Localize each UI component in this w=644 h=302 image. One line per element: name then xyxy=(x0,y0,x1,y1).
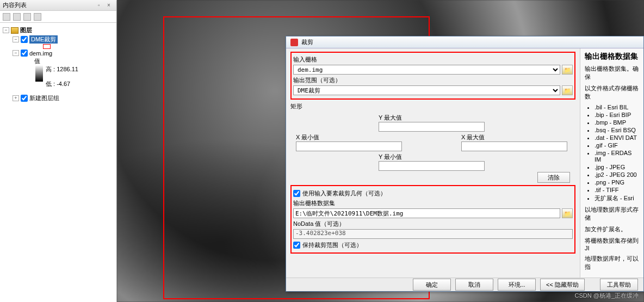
clear-button[interactable]: 清除 xyxy=(537,172,570,183)
layer-label[interactable]: dem.img xyxy=(29,50,52,57)
list-item: .gif - GIF xyxy=(595,142,639,149)
help-text: 以地理数据库形式存储 xyxy=(585,206,639,222)
use-features-checkbox[interactable] xyxy=(293,190,300,197)
keep-extent-checkbox[interactable] xyxy=(293,242,300,249)
pin-icon[interactable]: ▫ xyxy=(98,2,104,9)
ymin-label: Y 最小值 xyxy=(379,153,487,161)
ymax-label: Y 最大值 xyxy=(379,114,487,122)
dialog-title: 裁剪 xyxy=(301,38,313,46)
dialog-main: 输入栅格 dem.img 📁 输出范围（可选） DME裁剪 📁 矩形 Y 最大值 xyxy=(286,48,580,278)
expander-icon[interactable]: − xyxy=(13,36,19,42)
cancel-button[interactable]: 取消 xyxy=(455,279,493,291)
tree-layer-dem[interactable]: − dem.img xyxy=(13,49,114,57)
toc-panel: 内容列表 ▫ × − 图层 − DME裁剪 − dem.img xyxy=(0,0,117,302)
toolbar-btn-2[interactable] xyxy=(13,13,21,21)
tree-layer-dme[interactable]: − DME裁剪 xyxy=(13,35,114,44)
input-group-highlight: 输入栅格 dem.img 📁 输出范围（可选） DME裁剪 📁 xyxy=(290,52,575,100)
help-title: 输出栅格数据集 xyxy=(585,52,639,61)
expander-icon[interactable]: + xyxy=(13,95,19,101)
tree-root[interactable]: − 图层 xyxy=(3,26,114,35)
list-item: .jpg - JPEG xyxy=(595,164,639,170)
tree-layer-group[interactable]: + 新建图层组 xyxy=(13,94,114,103)
browse-button[interactable]: 📁 xyxy=(562,208,573,218)
list-item: .bip - Esri BIP xyxy=(595,112,639,118)
output-dataset-input[interactable] xyxy=(293,208,560,218)
list-item: .tif - TIFF xyxy=(595,187,639,193)
input-raster-label: 输入栅格 xyxy=(293,56,573,64)
ymin-input[interactable] xyxy=(379,161,485,171)
tool-icon xyxy=(290,39,298,46)
layer-checkbox[interactable] xyxy=(21,36,28,43)
toolbar-btn-1[interactable] xyxy=(3,13,10,21)
layer-label-selected[interactable]: DME裁剪 xyxy=(29,35,58,44)
nodata-value[interactable]: -3.402823e+038 xyxy=(293,229,573,239)
input-raster-select[interactable]: dem.img xyxy=(293,65,560,75)
xmax-input[interactable] xyxy=(461,141,567,151)
env-button[interactable]: 环境... xyxy=(498,279,536,291)
list-item: 无扩展名 - Esri xyxy=(595,194,639,202)
use-features-label: 使用输入要素裁剪几何（可选） xyxy=(302,189,386,198)
list-item: .img - ERDAS IM xyxy=(595,150,639,163)
tool-help-button[interactable]: 工具帮助 xyxy=(600,279,638,291)
nodata-label: NoData 值（可选） xyxy=(293,220,573,228)
rect-label: 矩形 xyxy=(290,102,575,110)
layers-icon xyxy=(11,27,18,34)
toc-header: 内容列表 ▫ × xyxy=(0,0,116,11)
help-text: 加文件扩展名。 xyxy=(585,225,639,233)
browse-button[interactable]: 📁 xyxy=(562,85,573,95)
dialog-titlebar[interactable]: 裁剪 xyxy=(286,36,643,48)
toolbar-btn-4[interactable] xyxy=(34,13,41,21)
keep-extent-label: 保持裁剪范围（可选） xyxy=(302,241,362,249)
xmax-label: X 最大值 xyxy=(461,133,570,141)
hide-help-button[interactable]: << 隐藏帮助 xyxy=(540,279,585,291)
layer-label[interactable]: 新建图层组 xyxy=(29,94,59,102)
xmin-input[interactable] xyxy=(296,141,402,151)
output-extent-select[interactable]: DME裁剪 xyxy=(293,85,560,95)
low-value: 低 : -4.67 xyxy=(46,80,70,88)
help-text: 输出栅格数据集。确保 xyxy=(585,65,639,81)
expander-icon[interactable]: − xyxy=(3,27,9,33)
output-dataset-label: 输出栅格数据集 xyxy=(293,199,573,207)
list-item: .dat - ENVI DAT xyxy=(595,134,639,141)
output-extent-label: 输出范围（可选） xyxy=(293,76,573,84)
watermark: CSDN @杨港_正在缓冲 xyxy=(574,292,639,300)
close-icon[interactable]: × xyxy=(107,2,114,9)
browse-button[interactable]: 📁 xyxy=(562,65,573,75)
toc-title: 内容列表 xyxy=(3,1,27,9)
ymax-input[interactable] xyxy=(379,122,485,132)
high-value: 高 : 1286.11 xyxy=(46,65,78,73)
layer-checkbox[interactable] xyxy=(21,95,28,102)
format-list: .bil - Esri BIL .bip - Esri BIP .bmp - B… xyxy=(595,104,639,202)
root-label: 图层 xyxy=(20,26,32,34)
help-text: 地理数据库时，可以指 xyxy=(585,255,639,271)
help-text: 将栅格数据集存储到 JI xyxy=(585,237,639,251)
layer-checkbox[interactable] xyxy=(21,50,28,57)
swatch-red xyxy=(43,44,51,49)
toolbar-btn-3[interactable] xyxy=(23,13,31,21)
clip-dialog: 裁剪 输入栅格 dem.img 📁 输出范围（可选） DME裁剪 📁 矩形 Y … xyxy=(286,36,644,292)
extent-grid: Y 最大值 X 最小值 X 最大值 Y 最小值 xyxy=(290,112,575,185)
list-item: .jp2 - JPEG 200 xyxy=(595,171,639,178)
help-text: 以文件格式存储栅格数 xyxy=(585,84,639,101)
expander-icon[interactable]: − xyxy=(13,50,19,56)
value-label: 值 xyxy=(34,57,114,65)
list-item: .bsq - Esri BSQ xyxy=(595,127,639,133)
ok-button[interactable]: 确定 xyxy=(413,279,451,291)
list-item: .bmp - BMP xyxy=(595,119,639,126)
list-item: .bil - Esri BIL xyxy=(595,104,639,110)
layer-tree: − 图层 − DME裁剪 − dem.img 值 高 : 1286. xyxy=(0,23,116,106)
toc-toolbar xyxy=(0,11,116,23)
output-group-highlight: 使用输入要素裁剪几何（可选） 输出栅格数据集 📁 NoData 值（可选） -3… xyxy=(290,185,575,254)
toc-header-buttons: ▫ × xyxy=(97,2,114,9)
gradient-swatch xyxy=(35,65,43,82)
list-item: .png - PNG xyxy=(595,179,639,186)
help-panel: 输出栅格数据集 输出栅格数据集。确保 以文件格式存储栅格数 .bil - Esr… xyxy=(580,48,643,278)
dialog-footer: 确定 取消 环境... << 隐藏帮助 工具帮助 xyxy=(286,278,643,291)
xmin-label: X 最小值 xyxy=(296,133,405,141)
